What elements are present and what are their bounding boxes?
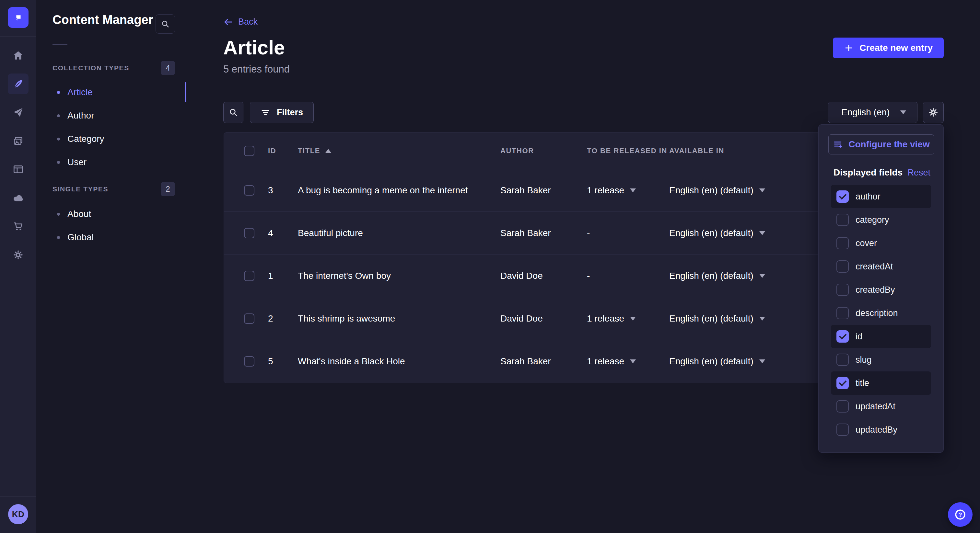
sidebar-item-user[interactable]: User [36,151,186,174]
entries-count: 5 entries found [223,63,290,75]
sidebar-item-article[interactable]: Article [36,81,186,104]
single-types-section: SINGLE TYPES 2 About Global [36,182,186,249]
checkbox-icon[interactable] [837,237,849,249]
cell-id: 4 [268,228,298,238]
field-list: author category cover createdAt createdB… [831,185,931,441]
app-root: KD Content Manager COLLECTION TYPES 4 Ar… [0,0,980,533]
filter-icon [261,108,270,117]
field-option-title[interactable]: title [831,371,931,395]
table-search-button[interactable] [223,102,243,123]
plus-icon [844,43,854,53]
select-all-checkbox[interactable] [244,146,255,156]
help-button[interactable]: ? [948,502,972,527]
field-option-category[interactable]: category [831,208,931,232]
cell-id: 5 [268,356,298,366]
filters-button[interactable]: Filters [250,102,314,123]
row-checkbox[interactable] [244,271,255,281]
row-checkbox[interactable] [244,185,255,195]
column-header-id[interactable]: ID [268,147,298,155]
sidebar-item-author[interactable]: Author [36,104,186,127]
view-settings-button[interactable] [923,102,944,123]
strapi-logo-icon [12,11,25,24]
field-option-author[interactable]: author [831,185,931,208]
cart-icon[interactable] [8,216,29,237]
field-option-createdBy[interactable]: createdBy [831,278,931,301]
nav-rail: KD [0,0,36,533]
checkbox-icon[interactable] [837,377,849,389]
create-new-entry-button[interactable]: Create new entry [833,38,944,58]
row-checkbox[interactable] [244,356,255,366]
collection-types-section: COLLECTION TYPES 4 Article Author Catego… [36,61,186,174]
configure-view-button[interactable]: Configure the view [828,134,934,154]
chevron-down-icon [630,359,636,363]
sidebar-item-label: User [67,157,86,167]
checkbox-icon[interactable] [837,400,849,412]
field-option-id[interactable]: id [831,325,931,348]
cell-id: 2 [268,314,298,324]
cell-title: The internet's Own boy [298,271,500,281]
cell-title: A bug is becoming a meme on the internet [298,185,500,195]
content-manager-icon[interactable] [8,73,29,94]
field-option-cover[interactable]: cover [831,232,931,255]
checkbox-icon[interactable] [837,424,849,436]
sidebar-search-button[interactable] [156,14,175,34]
cell-author: Sarah Baker [500,356,587,366]
reset-link[interactable]: Reset [907,168,931,178]
cell-release[interactable]: 1 release [587,185,669,195]
checkbox-icon[interactable] [837,307,849,319]
checkbox-icon[interactable] [837,354,849,366]
field-option-description[interactable]: description [831,301,931,325]
checkbox-icon[interactable] [837,260,849,273]
row-checkbox[interactable] [244,228,255,238]
locale-value: English (en) [841,107,889,117]
chevron-down-icon [759,274,765,278]
field-option-updatedBy[interactable]: updatedBy [831,418,931,441]
cloud-icon[interactable] [8,187,29,208]
sidebar-item-category[interactable]: Category [36,127,186,151]
sidebar-item-global[interactable]: Global [36,226,186,249]
filters-label: Filters [277,108,303,117]
sort-asc-icon [325,149,331,153]
locale-select[interactable]: English (en) [828,102,918,123]
sidebar-item-about[interactable]: About [36,202,186,226]
settings-icon[interactable] [8,244,29,265]
row-checkbox[interactable] [244,314,255,324]
layout-icon[interactable] [8,159,29,180]
bullet-icon [57,161,60,164]
cell-id: 1 [268,271,298,281]
checkbox-icon[interactable] [837,330,849,343]
gear-icon [928,107,939,117]
media-library-icon[interactable] [8,130,29,151]
checkbox-icon[interactable] [837,284,849,296]
field-option-updatedAt[interactable]: updatedAt [831,395,931,418]
configure-view-label: Configure the view [848,139,929,150]
collection-types-label: COLLECTION TYPES [52,64,129,72]
column-header-release: TO BE RELEASED IN [587,147,669,155]
single-types-label: SINGLE TYPES [52,185,108,193]
checkbox-icon[interactable] [837,214,849,226]
strapi-logo[interactable] [8,7,29,28]
chevron-down-icon [759,189,765,192]
column-header-title[interactable]: TITLE [298,147,500,155]
avatar[interactable]: KD [8,504,28,524]
page-title: Article [223,36,285,59]
column-header-author: AUTHOR [500,147,587,155]
search-icon [228,107,239,117]
paper-plane-icon[interactable] [8,102,29,123]
sidebar-item-label: Category [67,134,104,144]
back-link[interactable]: Back [223,17,258,27]
cell-author: David Doe [500,271,587,281]
chevron-down-icon [759,317,765,320]
home-icon[interactable] [8,45,29,66]
cell-release[interactable]: 1 release [587,356,669,366]
sidebar-item-label: Author [67,110,94,121]
sidebar-item-label: About [67,209,91,219]
displayed-fields-header: Displayed fields Reset [834,167,931,178]
checkbox-icon[interactable] [837,190,849,203]
field-option-createdAt[interactable]: createdAt [831,255,931,278]
bullet-icon [57,138,60,141]
svg-text:?: ? [958,511,962,518]
sidebar-title: Content Manager [52,13,153,27]
field-option-slug[interactable]: slug [831,348,931,371]
cell-release[interactable]: 1 release [587,314,669,324]
